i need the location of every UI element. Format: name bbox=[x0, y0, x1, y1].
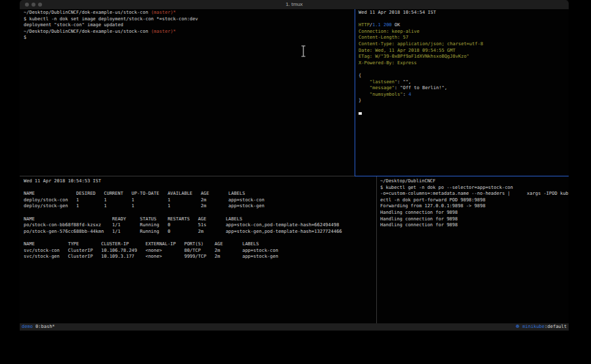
command-line-wrap: ectl -n dok port-forward POD 9898:9898 bbox=[380, 197, 569, 204]
watch-timestamp: Wed 11 Apr 2018 10:54:54 IST bbox=[359, 10, 569, 16]
prompt-path: ~/Desktop/DublinCNCF bbox=[380, 178, 569, 185]
kube-namespace: :default bbox=[544, 324, 567, 329]
git-branch: (master)* bbox=[151, 10, 176, 15]
http-version-code: 1.1 200 bbox=[372, 22, 392, 28]
status-left: demo 0:bash* bbox=[22, 323, 55, 331]
http-status-line: HTTP/1.1 200 OK bbox=[359, 22, 569, 29]
json-key: "lastseen" bbox=[359, 79, 397, 85]
pod-table-row: po/stock-con-bb68f88fd-kzsxz 1/1 Running… bbox=[24, 222, 378, 229]
json-open-brace: { bbox=[359, 73, 569, 79]
blank-line bbox=[359, 16, 569, 23]
handling-output: Handling connection for 9898 bbox=[380, 210, 569, 216]
json-line-numsymbols: "numsymbols": 4 bbox=[359, 92, 569, 98]
zoom-button-icon[interactable] bbox=[38, 3, 42, 7]
session-name[interactable]: demo bbox=[22, 324, 33, 329]
terminal-window: 1. tmux ~/Desktop/DublinCNCF/dok-example… bbox=[20, 0, 569, 331]
handling-output: Handling connection for 9898 bbox=[380, 216, 569, 223]
pane-divider-horizontal-left[interactable] bbox=[20, 176, 355, 176]
pane-top-left-shell[interactable]: ~/Desktop/DublinCNCF/dok-example-us/stoc… bbox=[24, 10, 352, 41]
json-line-lastseen: "lastseen": "", bbox=[359, 79, 569, 86]
pane-divider-horizontal-right[interactable] bbox=[355, 176, 569, 176]
http-header: Content-Type: application/json; charset=… bbox=[359, 41, 569, 48]
watch-timestamp: Wed 11 Apr 2018 10:54:53 IST bbox=[24, 178, 378, 185]
terminal-cursor bbox=[359, 112, 362, 115]
close-button-icon[interactable] bbox=[25, 3, 29, 7]
json-key: "numsymbols" bbox=[359, 92, 403, 97]
pane-top-right-http[interactable]: Wed 11 Apr 2018 10:54:54 IST HTTP/1.1 20… bbox=[359, 10, 569, 117]
deploy-table-row: deploy/stock-gen 1 1 1 1 2m app=stock-ge… bbox=[24, 203, 378, 210]
prompt-line: ~/Desktop/DublinCNCF/dok-example-us/stoc… bbox=[24, 10, 352, 16]
http-header: ETag: W/"39-0xBPf9aF1dXVNkhsxoBQgJ8vKzo" bbox=[359, 54, 569, 60]
http-header: Connection: keep-alive bbox=[359, 29, 569, 35]
prompt-path: ~/Desktop/DublinCNCF/dok-example-us/stoc… bbox=[24, 29, 151, 34]
command-line: $ kubectl -n dok set image deployment/st… bbox=[24, 16, 352, 23]
deploy-table-header: NAME DESIRED CURRENT UP-TO-DATE AVAILABL… bbox=[24, 191, 378, 197]
command-line: $ kubectl get -n dok po --selector=app=s… bbox=[380, 185, 569, 192]
http-proto: HTTP bbox=[359, 22, 370, 28]
tmux-status-bar: demo 0:bash* ☸ minikube:default bbox=[20, 323, 569, 331]
window-title: 1. tmux bbox=[20, 0, 569, 9]
traffic-lights bbox=[25, 3, 42, 7]
pane-bottom-left-kubectl[interactable]: Wed 11 Apr 2018 10:54:53 IST NAME DESIRE… bbox=[24, 178, 378, 260]
svc-table-row: svc/stock-gen ClusterIP 10.109.3.177 <no… bbox=[24, 254, 378, 260]
blank-line bbox=[359, 104, 569, 111]
prompt-line: ~/Desktop/DublinCNCF/dok-example-us/stoc… bbox=[24, 29, 352, 35]
cursor-line bbox=[359, 111, 569, 117]
blank-line bbox=[24, 185, 378, 192]
pane-bottom-right-portforward[interactable]: ~/Desktop/DublinCNCF $ kubectl get -n do… bbox=[380, 178, 569, 229]
handling-output: Handling connection for 9898 bbox=[380, 222, 569, 229]
svc-table-header: NAME TYPE CLUSTER-IP EXTERNAL-IP PORT(S)… bbox=[24, 241, 378, 248]
kube-context: minikube bbox=[519, 324, 544, 329]
blank-line bbox=[359, 66, 569, 73]
http-header: Content-Length: 57 bbox=[359, 35, 569, 41]
deploy-table-row: deploy/stock-con 1 1 1 1 2m app=stock-co… bbox=[24, 197, 378, 204]
pane-divider-vertical-active[interactable] bbox=[355, 9, 355, 176]
http-reason: OK bbox=[392, 22, 401, 28]
blank-line bbox=[24, 210, 378, 216]
minimize-button-icon[interactable] bbox=[32, 3, 35, 7]
forwarding-output: Forwarding from 127.0.0.1:9898 -> 9898 bbox=[380, 203, 569, 210]
window-label[interactable]: 0:bash* bbox=[33, 324, 55, 329]
status-right: ☸ minikube:default bbox=[515, 323, 567, 331]
json-close-brace: } bbox=[359, 98, 569, 104]
blank-line bbox=[24, 235, 378, 241]
title-bar[interactable]: 1. tmux bbox=[20, 0, 569, 9]
json-value: : "", bbox=[397, 79, 411, 85]
svc-table-row: svc/stock-con ClusterIP 10.106.78.249 <n… bbox=[24, 248, 378, 254]
prompt-symbol: $ bbox=[24, 35, 352, 41]
http-header: Date: Wed, 11 Apr 2018 09:54:55 GMT bbox=[359, 48, 569, 54]
json-key: "message" bbox=[359, 85, 395, 91]
pod-table-row: po/stock-gen-576cc688bb-44kmn 1/1 Runnin… bbox=[24, 229, 378, 235]
text-ibeam-pointer-icon bbox=[301, 45, 306, 57]
command-line-wrap: -o=custom-columns=:metadata.name --no-he… bbox=[380, 191, 569, 197]
command-output: deployment "stock-con" image updated bbox=[24, 22, 352, 29]
json-number: 4 bbox=[408, 92, 411, 97]
pod-table-header: NAME READY STATUS RESTARTS AGE LABELS bbox=[24, 216, 378, 223]
json-sep: : bbox=[403, 92, 408, 97]
json-value: : "Off to Berlin!", bbox=[395, 85, 447, 91]
json-line-message: "message": "Off to Berlin!", bbox=[359, 85, 569, 92]
prompt-path: ~/Desktop/DublinCNCF/dok-example-us/stoc… bbox=[24, 10, 151, 15]
git-branch: (master)* bbox=[151, 29, 176, 34]
http-header: X-Powered-By: Express bbox=[359, 60, 569, 67]
